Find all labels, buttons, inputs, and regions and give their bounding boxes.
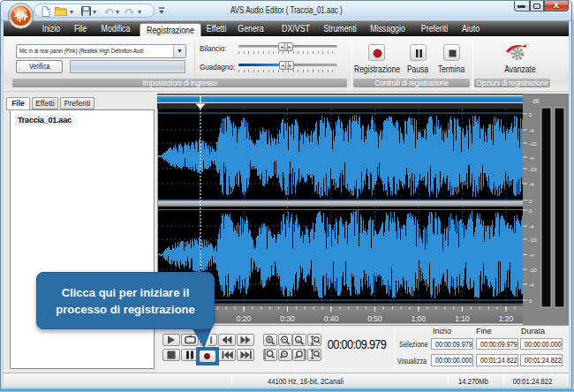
svg-text:0:30: 0:30 — [280, 314, 295, 323]
svg-text:-10: -10 — [529, 141, 537, 147]
svg-text:-4: -4 — [529, 283, 534, 288]
svg-text:dB: dB — [532, 98, 540, 104]
svg-text:1:10: 1:10 — [455, 314, 470, 323]
svg-text:-10: -10 — [529, 167, 537, 172]
svg-text:-10: -10 — [529, 237, 537, 243]
svg-text:-4: -4 — [529, 224, 534, 230]
svg-text:-4: -4 — [529, 182, 534, 187]
svg-text:0:50: 0:50 — [367, 314, 382, 323]
svg-text:0:40: 0:40 — [324, 314, 339, 323]
svg-text:-4: -4 — [529, 128, 534, 133]
svg-text:-10: -10 — [529, 268, 537, 273]
svg-text:-∞: -∞ — [529, 155, 534, 161]
svg-text:0:20: 0:20 — [237, 314, 252, 323]
svg-text:-∞: -∞ — [529, 253, 534, 258]
svg-text:1:20: 1:20 — [499, 314, 514, 323]
svg-text:1:00: 1:00 — [412, 314, 427, 323]
